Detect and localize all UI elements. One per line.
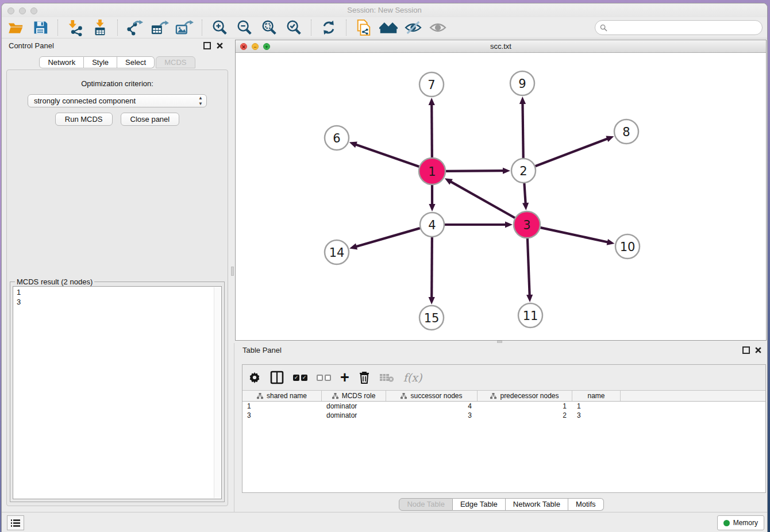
graph-edge-3-1[interactable] bbox=[450, 182, 515, 218]
tab-mcds[interactable]: MCDS bbox=[156, 56, 195, 68]
network-canvas[interactable]: 1234678910111415 bbox=[236, 53, 766, 340]
graph-edge-1-7[interactable] bbox=[432, 104, 432, 157]
zoom-fit-icon[interactable] bbox=[260, 18, 278, 37]
vertical-splitter-handle[interactable] bbox=[231, 267, 234, 276]
graph-edge-2-3[interactable] bbox=[524, 183, 525, 204]
result-scrollbar[interactable] bbox=[214, 287, 221, 498]
tab-network-table[interactable]: Network Table bbox=[506, 498, 568, 511]
graph-edge-2-8[interactable] bbox=[536, 138, 609, 166]
criterion-dropdown-value: strongly connected component bbox=[34, 97, 136, 105]
column-header-shared-name[interactable]: shared name bbox=[242, 391, 322, 401]
table-cell[interactable]: dominator bbox=[322, 402, 386, 411]
export-table-icon[interactable] bbox=[151, 18, 169, 37]
window-close-icon[interactable] bbox=[7, 7, 14, 14]
table-cell[interactable]: 3 bbox=[242, 411, 322, 420]
network-maximize-icon[interactable]: + bbox=[263, 43, 270, 50]
save-session-icon[interactable] bbox=[31, 18, 49, 37]
control-panel-title: Control Panel bbox=[9, 41, 54, 50]
criterion-dropdown[interactable]: strongly connected component ▲▼ bbox=[28, 94, 207, 107]
import-table-icon[interactable] bbox=[91, 18, 109, 37]
graph-edge-4-15[interactable] bbox=[432, 237, 432, 298]
task-history-button[interactable] bbox=[7, 515, 24, 530]
window-minimize-icon[interactable] bbox=[19, 7, 26, 14]
tab-style[interactable]: Style bbox=[84, 56, 117, 68]
search-box[interactable] bbox=[595, 20, 763, 35]
tab-network[interactable]: Network bbox=[39, 56, 84, 68]
column-header-MCDS-role[interactable]: MCDS role bbox=[322, 391, 386, 401]
table-close-icon[interactable] bbox=[754, 346, 762, 354]
table-cell[interactable]: 1 bbox=[572, 402, 621, 411]
window-zoom-icon[interactable] bbox=[30, 7, 37, 14]
run-mcds-button[interactable]: Run MCDS bbox=[55, 113, 113, 126]
add-column-icon[interactable]: + bbox=[340, 370, 349, 385]
deselect-all-icon[interactable] bbox=[317, 370, 331, 385]
tab-node-table[interactable]: Node Table bbox=[399, 498, 453, 511]
select-all-icon[interactable]: ✓✓ bbox=[293, 370, 307, 385]
graph-node-label: 1 bbox=[428, 165, 436, 179]
table-panel-title: Table Panel bbox=[242, 346, 282, 354]
close-panel-button[interactable]: Close panel bbox=[121, 113, 180, 126]
mcds-result-title: MCDS result (2 nodes) bbox=[15, 277, 94, 286]
memory-button[interactable]: Memory bbox=[717, 515, 764, 530]
mcds-result-lines: 1 3 bbox=[17, 288, 21, 306]
table-toolbar: ✓✓ + f(x) bbox=[242, 365, 765, 391]
table-cell[interactable]: dominator bbox=[322, 411, 386, 420]
show-columns-icon[interactable] bbox=[270, 370, 284, 385]
column-header-name[interactable]: name bbox=[572, 391, 621, 401]
network-view-window: ✕ − + scc.txt 1234678910111415 bbox=[235, 40, 767, 341]
hide-selected-icon[interactable] bbox=[404, 18, 422, 37]
table-cell[interactable]: 1 bbox=[242, 402, 322, 411]
graph-edge-3-11[interactable] bbox=[528, 238, 530, 296]
table-cell[interactable]: 2 bbox=[478, 411, 572, 420]
control-panel-tabs: NetworkStyleSelectMCDS bbox=[2, 56, 233, 68]
mcds-result-text[interactable]: 1 3 bbox=[13, 286, 222, 499]
graph-edge-1-2[interactable] bbox=[446, 171, 504, 171]
column-header-predecessor-nodes[interactable]: predecessor nodes bbox=[478, 391, 572, 401]
window-title: Session: New Session bbox=[2, 3, 767, 17]
graph-node-label: 3 bbox=[523, 218, 530, 232]
graph-edge-arrowhead bbox=[607, 239, 615, 245]
refresh-view-icon[interactable] bbox=[319, 18, 338, 37]
table-float-icon[interactable] bbox=[742, 346, 750, 354]
graph-edge-1-6[interactable] bbox=[355, 144, 419, 167]
clone-network-icon[interactable] bbox=[355, 18, 373, 37]
network-window-titlebar[interactable]: ✕ − + scc.txt bbox=[236, 40, 766, 53]
table-panel: Table Panel ✓✓ + bbox=[234, 343, 768, 512]
float-panel-icon[interactable] bbox=[203, 42, 211, 49]
graph-edge-arrowhead bbox=[503, 168, 510, 174]
graph-node-label: 14 bbox=[329, 246, 345, 260]
open-session-icon[interactable] bbox=[6, 18, 25, 37]
zoom-in-icon[interactable] bbox=[210, 18, 229, 37]
export-image-icon[interactable] bbox=[175, 18, 194, 37]
tab-edge-table[interactable]: Edge Table bbox=[453, 498, 506, 511]
table-cell[interactable]: 3 bbox=[572, 411, 621, 420]
first-neighbors-icon[interactable] bbox=[379, 18, 398, 37]
graph-edge-arrowhead bbox=[429, 204, 435, 211]
network-close-icon[interactable]: ✕ bbox=[240, 43, 247, 50]
delete-column-icon[interactable] bbox=[359, 370, 370, 385]
import-network-icon[interactable] bbox=[66, 18, 84, 37]
zoom-selected-icon[interactable] bbox=[284, 18, 303, 37]
graph-node-label: 10 bbox=[620, 240, 636, 254]
graph-node-label: 8 bbox=[622, 125, 630, 139]
graph-edge-2-9[interactable] bbox=[522, 103, 523, 158]
show-all-icon[interactable] bbox=[429, 18, 447, 37]
graph-edge-4-14[interactable] bbox=[356, 228, 420, 246]
table-row[interactable]: 1dominator411 bbox=[242, 402, 765, 411]
column-header-successor-nodes[interactable]: successor nodes bbox=[386, 391, 478, 401]
zoom-out-icon[interactable] bbox=[235, 18, 253, 37]
table-cell[interactable]: 4 bbox=[386, 402, 478, 411]
graph-edge-3-10[interactable] bbox=[540, 228, 608, 242]
table-settings-icon[interactable] bbox=[248, 370, 261, 385]
close-panel-icon[interactable] bbox=[216, 42, 224, 49]
graph-node-label: 6 bbox=[333, 132, 340, 145]
tab-motifs[interactable]: Motifs bbox=[568, 498, 604, 511]
table-cell[interactable]: 3 bbox=[386, 411, 478, 420]
export-network-icon[interactable] bbox=[126, 18, 144, 37]
table-cell[interactable]: 1 bbox=[478, 402, 572, 411]
table-row[interactable]: 3dominator323 bbox=[242, 411, 765, 420]
network-minimize-icon[interactable]: − bbox=[252, 43, 259, 50]
search-input[interactable] bbox=[610, 24, 762, 32]
graph-edge-arrowhead bbox=[349, 142, 357, 148]
tab-select[interactable]: Select bbox=[117, 56, 155, 68]
